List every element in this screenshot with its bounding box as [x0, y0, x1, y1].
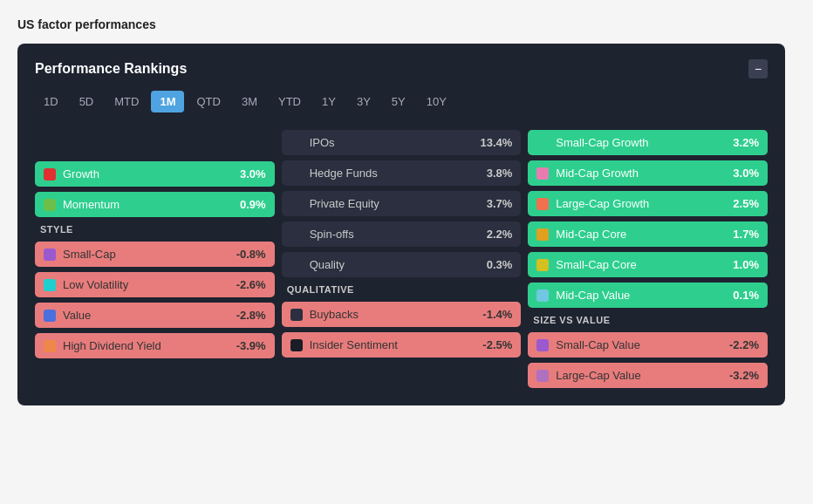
factor-row[interactable]: Mid-Cap Core 1.7% [528, 221, 768, 247]
factor-left: Growth [44, 167, 99, 180]
factor-value: 13.4% [480, 136, 512, 149]
time-tab-ytd[interactable]: YTD [270, 91, 310, 112]
time-tab-qtd[interactable]: QTD [188, 91, 229, 112]
time-tab-mtd[interactable]: MTD [106, 91, 147, 112]
factor-left: Small-Cap Core [536, 258, 636, 271]
factor-left: Small-Cap Value [536, 338, 640, 351]
factor-left: Large-Cap Value [536, 369, 640, 382]
factor-row[interactable]: Insider Sentiment -2.5% [282, 332, 522, 358]
factor-value: 0.9% [240, 198, 266, 211]
factor-value: -3.9% [236, 339, 266, 352]
factor-name: Mid-Cap Growth [556, 167, 639, 180]
factor-value: -2.5% [482, 338, 512, 351]
factor-color-dot [44, 199, 56, 211]
time-tab-1y[interactable]: 1Y [313, 91, 345, 112]
factor-left: Large-Cap Growth [536, 197, 649, 210]
factor-name: Small-Cap Value [556, 338, 640, 351]
factor-color-dot [290, 259, 303, 271]
factor-name: Large-Cap Value [556, 369, 640, 382]
factor-value: 3.0% [733, 167, 759, 180]
factor-color-dot [536, 228, 549, 241]
factor-row[interactable]: Small-Cap Growth 3.2% [528, 130, 768, 155]
factor-left: Insider Sentiment [290, 338, 398, 351]
col3: Small-Cap Growth 3.2% Mid-Cap Growth 3.0… [528, 130, 768, 388]
factor-name: Mid-Cap Value [556, 289, 630, 302]
factor-row[interactable]: Large-Cap Value -3.2% [528, 363, 768, 388]
factor-name: Value [63, 309, 91, 322]
factor-row[interactable]: Quality 0.3% [282, 252, 522, 277]
factor-color-dot [290, 198, 303, 210]
time-tab-1m[interactable]: 1M [151, 91, 184, 112]
factor-row[interactable]: Momentum 0.9% [35, 192, 275, 217]
factor-left: Private Equity [290, 197, 379, 210]
factor-name: Mid-Cap Core [556, 228, 626, 241]
factor-row[interactable]: Mid-Cap Growth 3.0% [528, 160, 768, 186]
factor-color-dot [536, 370, 549, 382]
factor-color-dot [536, 167, 549, 180]
time-tab-10y[interactable]: 10Y [418, 91, 455, 112]
factor-row[interactable]: IPOs 13.4% [282, 130, 522, 155]
factor-left: Mid-Cap Core [536, 228, 626, 241]
factor-left: High Dividend Yield [44, 339, 161, 352]
factor-color-dot [290, 339, 303, 351]
factor-left: IPOs [290, 136, 335, 149]
factor-row[interactable]: Mid-Cap Value 0.1% [528, 283, 768, 308]
factor-value: -2.8% [236, 309, 266, 322]
time-tab-5y[interactable]: 5Y [383, 91, 414, 112]
factor-color-dot [290, 309, 303, 321]
time-tabs: 1D5DMTD1MQTD3MYTD1Y3Y5Y10Y [35, 91, 768, 112]
factor-value: 0.1% [733, 289, 759, 302]
factor-row[interactable]: Hedge Funds 3.8% [282, 160, 522, 186]
time-tab-1d[interactable]: 1D [35, 91, 67, 112]
factor-value: 0.3% [487, 258, 513, 271]
factor-row[interactable]: High Dividend Yield -3.9% [35, 333, 275, 358]
time-tab-3y[interactable]: 3Y [348, 91, 379, 112]
factor-row[interactable]: Low Volatility -2.6% [35, 272, 275, 297]
minimize-button[interactable]: − [748, 59, 768, 78]
factor-name: Buybacks [310, 308, 359, 321]
factor-color-dot [536, 289, 549, 302]
factor-name: Large-Cap Growth [556, 197, 649, 210]
card-header: Performance Rankings − [35, 59, 768, 78]
factor-left: Low Volatility [44, 278, 128, 291]
factor-value: -1.4% [482, 308, 512, 321]
factor-row[interactable]: Buybacks -1.4% [282, 302, 522, 327]
factor-name: Momentum [63, 198, 120, 211]
factor-row[interactable]: Private Equity 3.7% [282, 191, 522, 216]
time-tab-5d[interactable]: 5D [71, 91, 103, 112]
factor-row[interactable]: Spin-offs 2.2% [282, 221, 522, 247]
factor-row[interactable]: Large-Cap Growth 2.5% [528, 191, 768, 216]
factor-value: 3.0% [240, 167, 266, 180]
factor-color-dot [290, 228, 303, 241]
factor-value: -3.2% [729, 369, 759, 382]
page-title: US factor performances [17, 17, 796, 31]
factor-left: Momentum [44, 198, 120, 211]
factor-left: Small-Cap [44, 248, 116, 261]
factor-color-dot [44, 279, 56, 291]
factor-value: -0.8% [236, 248, 266, 261]
factor-color-dot [290, 167, 303, 180]
factor-row[interactable]: Small-Cap Value -2.2% [528, 332, 768, 358]
col1: Growth 3.0% Momentum 0.9% STYLE Small-Ca… [35, 130, 275, 388]
factor-left: Mid-Cap Value [536, 289, 630, 302]
section-label: SIZE VS VALUE [528, 313, 768, 327]
factor-name: Small-Cap [63, 248, 116, 261]
factor-row[interactable]: Value -2.8% [35, 303, 275, 328]
time-tab-3m[interactable]: 3M [233, 91, 266, 112]
factor-color-dot [44, 168, 56, 180]
factor-value: 3.8% [487, 167, 513, 180]
factor-value: 1.7% [733, 228, 759, 241]
section-label: QUALITATIVE [282, 283, 522, 296]
factor-row[interactable]: Small-Cap Core 1.0% [528, 252, 768, 277]
factor-color-dot [536, 339, 549, 351]
factor-left: Buybacks [290, 308, 359, 321]
card-title: Performance Rankings [35, 61, 187, 77]
factor-row[interactable]: Growth 3.0% [35, 161, 275, 187]
factor-left: Hedge Funds [290, 167, 378, 180]
factor-color-dot [44, 249, 56, 261]
factor-row[interactable]: Small-Cap -0.8% [35, 242, 275, 267]
factor-name: Insider Sentiment [310, 338, 398, 351]
factor-color-dot [44, 340, 56, 352]
factor-color-dot [536, 259, 549, 271]
col2: IPOs 13.4% Hedge Funds 3.8% Private Equi… [282, 130, 522, 388]
